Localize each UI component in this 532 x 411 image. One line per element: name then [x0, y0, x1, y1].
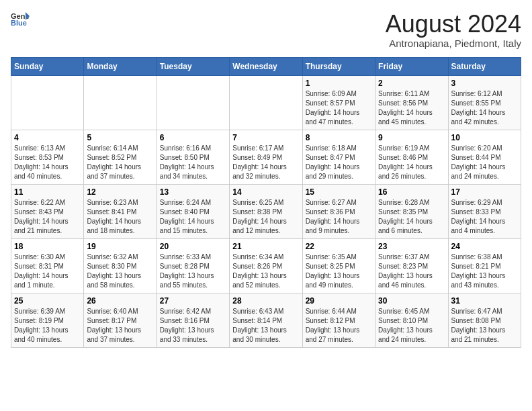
day-number: 24 — [451, 242, 518, 251]
day-cell-w3-d1: 19Sunrise: 6:32 AM Sunset: 8:30 PM Dayli… — [84, 238, 157, 293]
day-number: 4 — [14, 133, 81, 142]
day-number: 17 — [451, 187, 518, 197]
day-number: 28 — [232, 296, 299, 306]
day-info: Sunrise: 6:30 AM Sunset: 8:31 PM Dayligh… — [14, 253, 81, 290]
day-number: 27 — [160, 296, 226, 306]
day-number: 16 — [378, 187, 445, 197]
day-number: 10 — [451, 133, 518, 142]
day-number: 14 — [232, 187, 299, 197]
day-cell-w3-d2: 20Sunrise: 6:33 AM Sunset: 8:28 PM Dayli… — [157, 238, 229, 293]
day-number: 12 — [87, 187, 153, 197]
day-info: Sunrise: 6:29 AM Sunset: 8:33 PM Dayligh… — [451, 198, 518, 236]
day-number: 3 — [451, 79, 518, 88]
day-cell-w0-d4: 1Sunrise: 6:09 AM Sunset: 8:57 PM Daylig… — [302, 75, 375, 130]
day-info: Sunrise: 6:22 AM Sunset: 8:43 PM Dayligh… — [14, 198, 81, 236]
header-sunday: Sunday — [11, 57, 84, 75]
calendar-body: 1Sunrise: 6:09 AM Sunset: 8:57 PM Daylig… — [11, 75, 521, 347]
svg-text:Blue: Blue — [11, 19, 27, 26]
day-cell-w4-d1: 26Sunrise: 6:40 AM Sunset: 8:17 PM Dayli… — [84, 293, 157, 347]
day-cell-w2-d1: 12Sunrise: 6:23 AM Sunset: 8:41 PM Dayli… — [84, 184, 157, 238]
day-number: 22 — [306, 242, 372, 251]
day-cell-w4-d4: 29Sunrise: 6:44 AM Sunset: 8:12 PM Dayli… — [302, 293, 375, 347]
day-info: Sunrise: 6:25 AM Sunset: 8:38 PM Dayligh… — [232, 198, 299, 236]
day-info: Sunrise: 6:40 AM Sunset: 8:17 PM Dayligh… — [87, 307, 153, 345]
day-number: 8 — [306, 133, 372, 142]
header-monday: Monday — [84, 57, 157, 75]
week-row-2: 11Sunrise: 6:22 AM Sunset: 8:43 PM Dayli… — [11, 184, 521, 238]
week-row-3: 18Sunrise: 6:30 AM Sunset: 8:31 PM Dayli… — [11, 238, 521, 293]
day-info: Sunrise: 6:19 AM Sunset: 8:46 PM Dayligh… — [378, 144, 445, 181]
day-cell-w1-d1: 5Sunrise: 6:14 AM Sunset: 8:52 PM Daylig… — [84, 130, 157, 184]
day-info: Sunrise: 6:12 AM Sunset: 8:55 PM Dayligh… — [451, 89, 518, 127]
header-saturday: Saturday — [448, 57, 521, 75]
day-info: Sunrise: 6:09 AM Sunset: 8:57 PM Dayligh… — [306, 89, 372, 127]
day-number: 23 — [378, 242, 445, 251]
day-cell-w4-d5: 30Sunrise: 6:45 AM Sunset: 8:10 PM Dayli… — [375, 293, 448, 347]
day-cell-w1-d3: 7Sunrise: 6:17 AM Sunset: 8:49 PM Daylig… — [230, 130, 302, 184]
day-info: Sunrise: 6:45 AM Sunset: 8:10 PM Dayligh… — [378, 307, 445, 345]
day-info: Sunrise: 6:13 AM Sunset: 8:53 PM Dayligh… — [14, 144, 81, 181]
day-info: Sunrise: 6:20 AM Sunset: 8:44 PM Dayligh… — [451, 144, 518, 181]
day-cell-w1-d2: 6Sunrise: 6:16 AM Sunset: 8:50 PM Daylig… — [157, 130, 229, 184]
day-info: Sunrise: 6:18 AM Sunset: 8:47 PM Dayligh… — [306, 144, 372, 181]
day-number: 11 — [14, 187, 81, 197]
subtitle: Antronapiana, Piedmont, Italy — [386, 38, 521, 49]
day-info: Sunrise: 6:38 AM Sunset: 8:21 PM Dayligh… — [451, 253, 518, 290]
day-cell-w0-d3 — [230, 75, 302, 130]
day-info: Sunrise: 6:37 AM Sunset: 8:23 PM Dayligh… — [378, 253, 445, 290]
day-info: Sunrise: 6:11 AM Sunset: 8:56 PM Dayligh… — [378, 89, 445, 127]
day-info: Sunrise: 6:43 AM Sunset: 8:14 PM Dayligh… — [232, 307, 299, 345]
header-tuesday: Tuesday — [157, 57, 229, 75]
day-cell-w0-d2 — [157, 75, 229, 130]
day-info: Sunrise: 6:44 AM Sunset: 8:12 PM Dayligh… — [306, 307, 372, 345]
day-cell-w1-d6: 10Sunrise: 6:20 AM Sunset: 8:44 PM Dayli… — [448, 130, 521, 184]
day-cell-w2-d5: 16Sunrise: 6:28 AM Sunset: 8:35 PM Dayli… — [375, 184, 448, 238]
day-number: 19 — [87, 242, 153, 251]
week-row-4: 25Sunrise: 6:39 AM Sunset: 8:19 PM Dayli… — [11, 293, 521, 347]
day-info: Sunrise: 6:16 AM Sunset: 8:50 PM Dayligh… — [160, 144, 226, 181]
day-cell-w3-d5: 23Sunrise: 6:37 AM Sunset: 8:23 PM Dayli… — [375, 238, 448, 293]
day-number: 6 — [160, 133, 226, 142]
day-cell-w3-d0: 18Sunrise: 6:30 AM Sunset: 8:31 PM Dayli… — [11, 238, 84, 293]
day-cell-w0-d1 — [84, 75, 157, 130]
day-cell-w4-d2: 27Sunrise: 6:42 AM Sunset: 8:16 PM Dayli… — [157, 293, 229, 347]
day-cell-w4-d3: 28Sunrise: 6:43 AM Sunset: 8:14 PM Dayli… — [230, 293, 302, 347]
day-info: Sunrise: 6:34 AM Sunset: 8:26 PM Dayligh… — [232, 253, 299, 290]
day-cell-w3-d3: 21Sunrise: 6:34 AM Sunset: 8:26 PM Dayli… — [230, 238, 302, 293]
week-row-0: 1Sunrise: 6:09 AM Sunset: 8:57 PM Daylig… — [11, 75, 521, 130]
day-cell-w0-d5: 2Sunrise: 6:11 AM Sunset: 8:56 PM Daylig… — [375, 75, 448, 130]
day-number: 2 — [378, 79, 445, 88]
logo: General Blue — [11, 11, 30, 26]
day-info: Sunrise: 6:14 AM Sunset: 8:52 PM Dayligh… — [87, 144, 153, 181]
day-number: 5 — [87, 133, 153, 142]
day-info: Sunrise: 6:39 AM Sunset: 8:19 PM Dayligh… — [14, 307, 81, 345]
day-info: Sunrise: 6:33 AM Sunset: 8:28 PM Dayligh… — [160, 253, 226, 290]
day-number: 7 — [232, 133, 299, 142]
day-cell-w3-d6: 24Sunrise: 6:38 AM Sunset: 8:21 PM Dayli… — [448, 238, 521, 293]
day-number: 13 — [160, 187, 226, 197]
day-cell-w4-d0: 25Sunrise: 6:39 AM Sunset: 8:19 PM Dayli… — [11, 293, 84, 347]
header-row: Sunday Monday Tuesday Wednesday Thursday… — [11, 57, 521, 75]
day-number: 21 — [232, 242, 299, 251]
logo-icon: General Blue — [11, 11, 30, 26]
day-info: Sunrise: 6:23 AM Sunset: 8:41 PM Dayligh… — [87, 198, 153, 236]
day-info: Sunrise: 6:28 AM Sunset: 8:35 PM Dayligh… — [378, 198, 445, 236]
day-number: 18 — [14, 242, 81, 251]
day-info: Sunrise: 6:32 AM Sunset: 8:30 PM Dayligh… — [87, 253, 153, 290]
day-info: Sunrise: 6:17 AM Sunset: 8:49 PM Dayligh… — [232, 144, 299, 181]
day-info: Sunrise: 6:35 AM Sunset: 8:25 PM Dayligh… — [306, 253, 372, 290]
header-wednesday: Wednesday — [230, 57, 302, 75]
day-cell-w2-d2: 13Sunrise: 6:24 AM Sunset: 8:40 PM Dayli… — [157, 184, 229, 238]
day-cell-w0-d0 — [11, 75, 84, 130]
day-number: 20 — [160, 242, 226, 251]
day-number: 9 — [378, 133, 445, 142]
day-info: Sunrise: 6:42 AM Sunset: 8:16 PM Dayligh… — [160, 307, 226, 345]
day-number: 15 — [306, 187, 372, 197]
day-number: 30 — [378, 296, 445, 306]
calendar-table: Sunday Monday Tuesday Wednesday Thursday… — [11, 57, 521, 348]
day-cell-w1-d5: 9Sunrise: 6:19 AM Sunset: 8:46 PM Daylig… — [375, 130, 448, 184]
day-info: Sunrise: 6:47 AM Sunset: 8:08 PM Dayligh… — [451, 307, 518, 345]
calendar-header: Sunday Monday Tuesday Wednesday Thursday… — [11, 57, 521, 75]
title-area: August 2024 Antronapiana, Piedmont, Ital… — [386, 11, 521, 49]
day-info: Sunrise: 6:27 AM Sunset: 8:36 PM Dayligh… — [306, 198, 372, 236]
